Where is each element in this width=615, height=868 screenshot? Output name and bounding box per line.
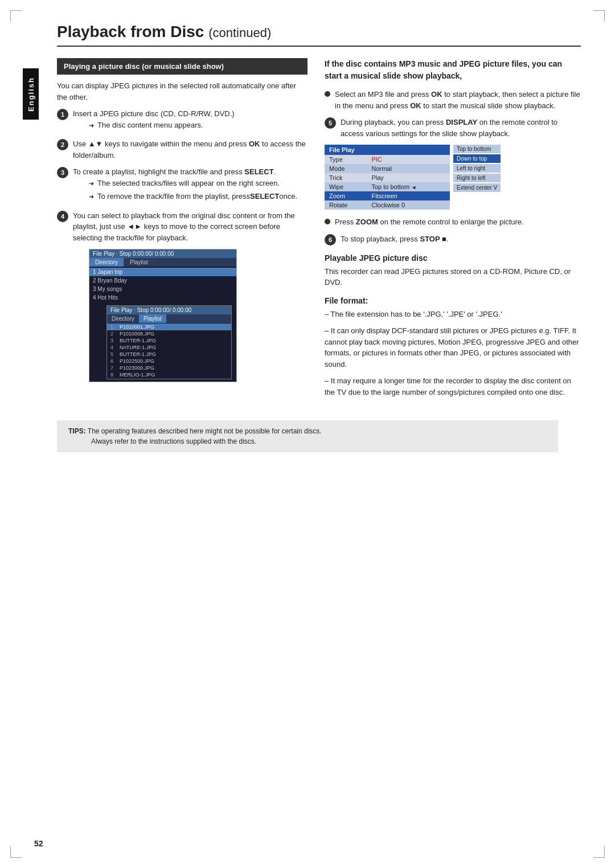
step-4-num: 4 <box>57 211 68 222</box>
dropdown-item-top-to-bottom: Top to bottom <box>453 145 501 153</box>
table-row-wipe: Wipe Top to bottom ◄ <box>325 182 450 191</box>
bullet-circle-zoom <box>325 219 330 224</box>
step-5-content: During playback, you can press DISPLAY o… <box>341 117 581 139</box>
step-5: 5 During playback, you can press DISPLAY… <box>325 117 581 139</box>
right-column: If the disc contains MP3 music and JPEG … <box>325 58 581 403</box>
mockup1-title: File Play · Stop 0:00:00/ 0:00:00 <box>89 249 236 258</box>
corner-mark-tl <box>10 10 22 22</box>
page-number: 52 <box>34 839 43 848</box>
mockup2-tabs: Directory Playlist <box>107 314 231 323</box>
step-1-content: Insert a JPEG picture disc (CD, CD-R/RW,… <box>73 108 308 133</box>
page-title: Playback from Disc (continued) <box>57 23 581 47</box>
tips-line-1: The operating features described here mi… <box>88 427 322 435</box>
table-cell-mode-label: Mode <box>325 164 367 173</box>
mockup1-list: 1 Japan trip 2 Bryan Bday 3 My songs 4 H… <box>89 267 236 303</box>
file-play-table: File Play Type PIC Mode Normal <box>325 145 450 210</box>
tips-line-2: Always refer to the instructions supplie… <box>91 436 256 447</box>
step-3-arrow-2: To remove the track/file from the playli… <box>89 191 308 202</box>
bullet-item-zoom: Press ZOOM on the remote control to enla… <box>325 216 581 228</box>
table-cell-zoom-value: Fitscreen <box>367 191 450 200</box>
intro-text: You can display JPEG pictures in the sel… <box>57 80 308 103</box>
table-row-trick: Trick Play <box>325 173 450 182</box>
subsection-jpeg-title: Playable JPEG picture disc <box>325 253 581 263</box>
dropdown-item-left-to-right: Left to right <box>453 164 501 173</box>
table-cell-trick-value: Play <box>367 173 450 182</box>
dropdown-item-extend-center: Extend center V <box>453 183 501 192</box>
tips-box: TIPS: The operating features described h… <box>57 420 558 452</box>
mockup2-item-3: 3BUTTER-1.JPG <box>107 337 231 344</box>
ui-mockup-2: File Play · Stop 0:00:00/ 0:00:00 Direct… <box>106 305 232 379</box>
step-6-content: To stop playback, press STOP ■. <box>341 234 581 245</box>
step-4: 4 You can select to playback from the or… <box>57 210 308 244</box>
mockup2-item-5: 5BUTTER-1.JPG <box>107 351 231 358</box>
table-cell-rotate-label: Rotate <box>325 200 367 210</box>
mockup1-item-3: 3 My songs <box>89 285 236 293</box>
mockup1-item-2: 2 Bryan Bday <box>89 276 236 285</box>
table-row-type: Type PIC <box>325 155 450 164</box>
tips-label: TIPS: <box>68 427 86 435</box>
step-6: 6 To stop playback, press STOP ■. <box>325 234 581 245</box>
corner-mark-br <box>593 846 605 858</box>
mockup2-item-8: 8MERLIO-1.JPG <box>107 371 231 378</box>
right-header: If the disc contains MP3 music and JPEG … <box>325 58 581 82</box>
table-cell-trick-label: Trick <box>325 173 367 182</box>
step-1: 1 Insert a JPEG picture disc (CD, CD-R/R… <box>57 108 308 133</box>
mockup1-item-4: 4 Hot Hits <box>89 293 236 302</box>
table-row-mode: Mode Normal <box>325 164 450 173</box>
mockup2-list: 1P1010001.JPG 2P1010008.JPG 3BUTTER-1.JP… <box>107 323 231 379</box>
mockup2-item-4: 4NATURE-1.JPG <box>107 344 231 351</box>
page-title-continued: (continued) <box>208 26 271 40</box>
mockup1-item-1: 1 Japan trip <box>89 268 236 276</box>
mockup2-item-7: 7P1023000.JPG <box>107 365 231 371</box>
dropdown-item-down-to-top: Down to top <box>453 154 501 163</box>
fileformat-bullet-2: – It can only display DCF-standard still… <box>325 325 581 370</box>
step-4-content: You can select to playback from the orig… <box>73 210 308 244</box>
bullet-content-1: Select an MP3 file and press OK to start… <box>335 89 581 111</box>
corner-mark-tr <box>593 10 605 22</box>
table-cell-wipe-value: Top to bottom ◄ <box>367 182 450 191</box>
subsection-jpeg-text: This recorder can read JPEG pictures sto… <box>325 266 581 288</box>
content-area: Playing a picture disc (or musical slide… <box>57 58 581 403</box>
mockup2-item-2: 2P1010008.JPG <box>107 330 231 337</box>
language-sidebar: English <box>23 68 39 120</box>
step-1-arrow: The disc content menu appears. <box>89 120 308 131</box>
step-3-num: 3 <box>57 167 68 178</box>
step-5-num: 5 <box>325 117 336 129</box>
table-header: File Play <box>325 145 450 155</box>
table-cell-mode-value: Normal <box>367 164 450 173</box>
dropdown-item-right-to-left: Right to left <box>453 174 501 182</box>
section-header: Playing a picture disc (or musical slide… <box>57 58 308 75</box>
language-label: English <box>27 77 35 112</box>
mockup2-tab-directory: Directory <box>107 314 139 323</box>
fileformat-bullet-3: – It may require a longer time for the r… <box>325 375 581 398</box>
dropdown-column: Top to bottom Down to top Left to right … <box>453 145 501 192</box>
fileformat-bullet-1: – The file extension has to be '.JPG,' '… <box>325 309 581 320</box>
table-cell-zoom-label: Zoom <box>325 191 367 200</box>
file-play-container: File Play Type PIC Mode Normal <box>325 145 581 210</box>
bullet-content-zoom: Press ZOOM on the remote control to enla… <box>335 216 581 228</box>
step-3-arrow-1: The selected tracks/files will appear on… <box>89 178 308 189</box>
table-cell-type-value: PIC <box>367 155 450 164</box>
table-row-rotate: Rotate Clockwise 0 <box>325 200 450 210</box>
step-3-content: To create a playlist, highlight the trac… <box>73 166 308 204</box>
bullet-item-1: Select an MP3 file and press OK to start… <box>325 89 581 111</box>
ui-mockup-1: File Play · Stop 0:00:00/ 0:00:00 Direct… <box>89 249 237 382</box>
mockup2-item-1: 1P1010001.JPG <box>107 324 231 330</box>
step-3: 3 To create a playlist, highlight the tr… <box>57 166 308 204</box>
table-cell-wipe-label: Wipe <box>325 182 367 191</box>
mockup2-item-6: 6P1022500.JPG <box>107 358 231 365</box>
step-6-num: 6 <box>325 234 336 245</box>
left-column: Playing a picture disc (or musical slide… <box>57 58 308 403</box>
table-row-zoom: Zoom Fitscreen <box>325 191 450 200</box>
corner-mark-bl <box>10 846 22 858</box>
mockup1-tab-playlist: Playlist <box>124 258 154 267</box>
step-1-num: 1 <box>57 109 68 120</box>
mockup2-tab-playlist: Playlist <box>139 314 166 323</box>
step-2-content: Use ▲▼ keys to navigate within the menu … <box>73 138 308 161</box>
table-cell-rotate-value: Clockwise 0 <box>367 200 450 210</box>
subsection-fileformat-title: File format: <box>325 296 581 305</box>
mockup1-tab-directory: Directory <box>89 258 124 267</box>
table-cell-type-label: Type <box>325 155 367 164</box>
bullet-circle-1 <box>325 91 330 97</box>
mockup2-title: File Play · Stop 0:00:00/ 0:00:00 <box>107 306 231 314</box>
